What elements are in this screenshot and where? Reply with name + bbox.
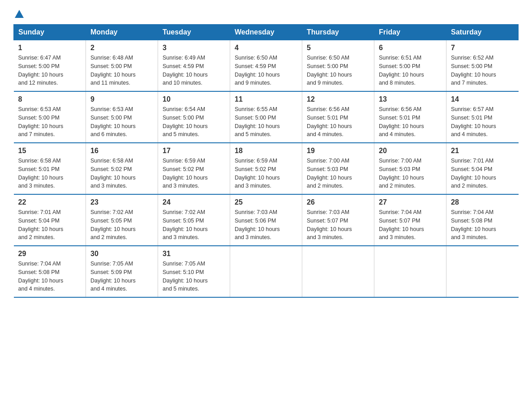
day-number: 25 <box>235 198 297 206</box>
cell-week1-day0: 1 Sunrise: 6:47 AM Sunset: 5:00 PM Dayli… <box>14 40 86 92</box>
day-number: 22 <box>18 198 82 206</box>
svg-marker-0 <box>15 10 24 18</box>
day-number: 3 <box>163 44 225 52</box>
day-info: Sunrise: 6:50 AM Sunset: 5:00 PM Dayligh… <box>307 54 369 87</box>
day-info: Sunrise: 7:00 AM Sunset: 5:03 PM Dayligh… <box>307 157 369 190</box>
day-info: Sunrise: 7:03 AM Sunset: 5:06 PM Dayligh… <box>235 208 297 242</box>
day-info: Sunrise: 7:05 AM Sunset: 5:09 PM Dayligh… <box>90 260 153 293</box>
day-number: 19 <box>307 147 369 155</box>
day-number: 18 <box>235 147 297 155</box>
day-number: 26 <box>307 198 369 206</box>
cell-week3-day4: 19 Sunrise: 7:00 AM Sunset: 5:03 PM Dayl… <box>302 143 374 194</box>
cell-week5-day5 <box>374 246 446 297</box>
day-number: 2 <box>90 44 153 52</box>
cell-week2-day5: 13 Sunrise: 6:56 AM Sunset: 5:01 PM Dayl… <box>374 91 446 143</box>
header-monday: Monday <box>86 25 158 40</box>
cell-week4-day3: 25 Sunrise: 7:03 AM Sunset: 5:06 PM Dayl… <box>230 194 302 246</box>
day-info: Sunrise: 6:55 AM Sunset: 5:00 PM Dayligh… <box>235 105 297 139</box>
day-number: 31 <box>163 250 225 258</box>
calendar-table: SundayMondayTuesdayWednesdayThursdayFrid… <box>13 24 519 298</box>
day-info: Sunrise: 6:51 AM Sunset: 5:00 PM Dayligh… <box>379 54 442 87</box>
cell-week3-day5: 20 Sunrise: 7:00 AM Sunset: 5:03 PM Dayl… <box>374 143 446 194</box>
day-info: Sunrise: 7:04 AM Sunset: 5:08 PM Dayligh… <box>18 260 82 293</box>
cell-week4-day1: 23 Sunrise: 7:02 AM Sunset: 5:05 PM Dayl… <box>86 194 158 246</box>
cell-week3-day6: 21 Sunrise: 7:01 AM Sunset: 5:04 PM Dayl… <box>446 143 519 194</box>
cell-week2-day4: 12 Sunrise: 6:56 AM Sunset: 5:01 PM Dayl… <box>302 91 374 143</box>
day-info: Sunrise: 7:01 AM Sunset: 5:04 PM Dayligh… <box>451 157 514 190</box>
cell-week2-day6: 14 Sunrise: 6:57 AM Sunset: 5:01 PM Dayl… <box>446 91 519 143</box>
cell-week4-day4: 26 Sunrise: 7:03 AM Sunset: 5:07 PM Dayl… <box>302 194 374 246</box>
header-friday: Friday <box>374 25 446 40</box>
day-info: Sunrise: 6:54 AM Sunset: 5:00 PM Dayligh… <box>163 105 225 139</box>
cell-week3-day3: 18 Sunrise: 6:59 AM Sunset: 5:02 PM Dayl… <box>230 143 302 194</box>
cell-week1-day2: 3 Sunrise: 6:49 AM Sunset: 4:59 PM Dayli… <box>158 40 230 92</box>
day-number: 20 <box>379 147 442 155</box>
cell-week4-day2: 24 Sunrise: 7:02 AM Sunset: 5:05 PM Dayl… <box>158 194 230 246</box>
day-info: Sunrise: 6:57 AM Sunset: 5:01 PM Dayligh… <box>451 105 514 139</box>
day-info: Sunrise: 6:59 AM Sunset: 5:02 PM Dayligh… <box>163 157 225 190</box>
day-info: Sunrise: 6:56 AM Sunset: 5:01 PM Dayligh… <box>379 105 442 139</box>
cell-week5-day3 <box>230 246 302 297</box>
cell-week2-day1: 9 Sunrise: 6:53 AM Sunset: 5:00 PM Dayli… <box>86 91 158 143</box>
cell-week3-day1: 16 Sunrise: 6:58 AM Sunset: 5:02 PM Dayl… <box>86 143 158 194</box>
header-sunday: Sunday <box>14 25 86 40</box>
cell-week2-day2: 10 Sunrise: 6:54 AM Sunset: 5:00 PM Dayl… <box>158 91 230 143</box>
day-number: 21 <box>451 147 514 155</box>
day-number: 10 <box>163 95 225 103</box>
day-number: 17 <box>163 147 225 155</box>
page-header <box>13 9 519 17</box>
day-number: 13 <box>379 95 442 103</box>
day-number: 1 <box>18 44 82 52</box>
day-info: Sunrise: 7:04 AM Sunset: 5:07 PM Dayligh… <box>379 208 442 242</box>
cell-week1-day1: 2 Sunrise: 6:48 AM Sunset: 5:00 PM Dayli… <box>86 40 158 92</box>
day-number: 7 <box>451 44 514 52</box>
logo-triangle-icon <box>14 9 24 19</box>
cell-week2-day3: 11 Sunrise: 6:55 AM Sunset: 5:00 PM Dayl… <box>230 91 302 143</box>
day-info: Sunrise: 7:05 AM Sunset: 5:10 PM Dayligh… <box>163 260 225 293</box>
cell-week4-day5: 27 Sunrise: 7:04 AM Sunset: 5:07 PM Dayl… <box>374 194 446 246</box>
day-info: Sunrise: 6:47 AM Sunset: 5:00 PM Dayligh… <box>18 54 82 87</box>
week-row-3: 15 Sunrise: 6:58 AM Sunset: 5:01 PM Dayl… <box>14 143 519 194</box>
day-number: 15 <box>18 147 82 155</box>
day-info: Sunrise: 6:50 AM Sunset: 4:59 PM Dayligh… <box>235 54 297 87</box>
cell-week1-day4: 5 Sunrise: 6:50 AM Sunset: 5:00 PM Dayli… <box>302 40 374 92</box>
day-number: 16 <box>90 147 153 155</box>
cell-week5-day0: 29 Sunrise: 7:04 AM Sunset: 5:08 PM Dayl… <box>14 246 86 297</box>
day-number: 29 <box>18 250 82 258</box>
day-info: Sunrise: 6:59 AM Sunset: 5:02 PM Dayligh… <box>235 157 297 190</box>
cell-week3-day0: 15 Sunrise: 6:58 AM Sunset: 5:01 PM Dayl… <box>14 143 86 194</box>
cell-week4-day6: 28 Sunrise: 7:04 AM Sunset: 5:08 PM Dayl… <box>446 194 519 246</box>
header-thursday: Thursday <box>302 25 374 40</box>
cell-week1-day6: 7 Sunrise: 6:52 AM Sunset: 5:00 PM Dayli… <box>446 40 519 92</box>
day-info: Sunrise: 7:02 AM Sunset: 5:05 PM Dayligh… <box>90 208 153 242</box>
cell-week5-day4 <box>302 246 374 297</box>
day-info: Sunrise: 6:58 AM Sunset: 5:02 PM Dayligh… <box>90 157 153 190</box>
header-saturday: Saturday <box>446 25 519 40</box>
day-number: 14 <box>451 95 514 103</box>
day-number: 11 <box>235 95 297 103</box>
day-number: 24 <box>163 198 225 206</box>
cell-week5-day6 <box>446 246 519 297</box>
cell-week5-day2: 31 Sunrise: 7:05 AM Sunset: 5:10 PM Dayl… <box>158 246 230 297</box>
cell-week5-day1: 30 Sunrise: 7:05 AM Sunset: 5:09 PM Dayl… <box>86 246 158 297</box>
header-wednesday: Wednesday <box>230 25 302 40</box>
day-number: 30 <box>90 250 153 258</box>
logo <box>13 9 24 17</box>
day-number: 6 <box>379 44 442 52</box>
day-info: Sunrise: 7:03 AM Sunset: 5:07 PM Dayligh… <box>307 208 369 242</box>
day-info: Sunrise: 6:56 AM Sunset: 5:01 PM Dayligh… <box>307 105 369 139</box>
cell-week1-day5: 6 Sunrise: 6:51 AM Sunset: 5:00 PM Dayli… <box>374 40 446 92</box>
day-number: 4 <box>235 44 297 52</box>
day-info: Sunrise: 7:00 AM Sunset: 5:03 PM Dayligh… <box>379 157 442 190</box>
day-info: Sunrise: 6:49 AM Sunset: 4:59 PM Dayligh… <box>163 54 225 87</box>
day-number: 8 <box>18 95 82 103</box>
day-info: Sunrise: 7:01 AM Sunset: 5:04 PM Dayligh… <box>18 208 82 242</box>
day-info: Sunrise: 7:04 AM Sunset: 5:08 PM Dayligh… <box>451 208 514 242</box>
day-number: 12 <box>307 95 369 103</box>
cell-week1-day3: 4 Sunrise: 6:50 AM Sunset: 4:59 PM Dayli… <box>230 40 302 92</box>
day-number: 9 <box>90 95 153 103</box>
day-number: 5 <box>307 44 369 52</box>
day-number: 27 <box>379 198 442 206</box>
week-row-1: 1 Sunrise: 6:47 AM Sunset: 5:00 PM Dayli… <box>14 40 519 92</box>
day-info: Sunrise: 7:02 AM Sunset: 5:05 PM Dayligh… <box>163 208 225 242</box>
